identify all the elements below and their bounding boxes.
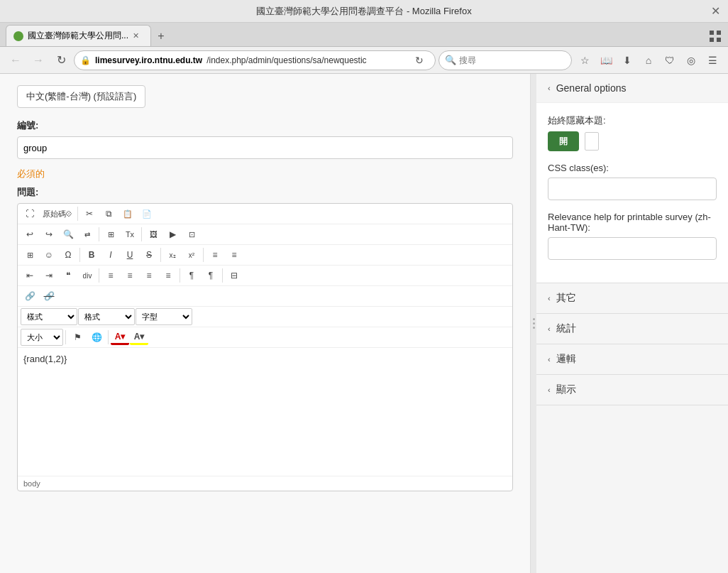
find-button[interactable]: 🔍 bbox=[59, 226, 77, 243]
back-button[interactable]: ← bbox=[6, 50, 26, 70]
pocket-button[interactable]: ◎ bbox=[681, 50, 701, 70]
browser-tab-active[interactable]: 國立臺灣師範大學公用問... ✕ bbox=[6, 25, 151, 46]
chevron-left-icon-logic: ‹ bbox=[548, 355, 551, 364]
size-select[interactable]: 大小 bbox=[21, 329, 63, 346]
readonly-button[interactable]: 📖 bbox=[596, 50, 616, 70]
accordion-general-options-header[interactable]: ‹ General options bbox=[536, 74, 728, 102]
div-button[interactable]: div bbox=[78, 267, 96, 284]
ul-button[interactable]: ≡ bbox=[225, 246, 243, 263]
fullscreen-button[interactable]: ⛶ bbox=[21, 205, 39, 222]
superscript-button[interactable]: x² bbox=[182, 246, 201, 263]
justify-center-button[interactable]: ≡ bbox=[121, 267, 139, 284]
font-select[interactable]: 字型 bbox=[136, 308, 192, 325]
url-domain: limesurvey.iro.ntnu.edu.tw bbox=[95, 55, 202, 65]
accordion-logic-header[interactable]: ‹ 邏輯 bbox=[536, 344, 728, 374]
special-char-button[interactable]: Ω bbox=[59, 246, 77, 263]
paste-text-button[interactable]: 📄 bbox=[138, 205, 156, 222]
svg-rect-2 bbox=[710, 38, 714, 42]
toolbar-separator-9 bbox=[222, 268, 223, 283]
relevance-input[interactable] bbox=[548, 237, 717, 260]
justify-block-button[interactable]: ≡ bbox=[159, 267, 177, 284]
shield-button[interactable]: 🛡 bbox=[660, 50, 680, 70]
underline-button[interactable]: U bbox=[121, 246, 139, 263]
toolbar-row-1: ⛶ 原始碼 ⛒ ✂ ⧉ 📋 📄 bbox=[18, 204, 512, 224]
search-box[interactable]: 🔍 bbox=[439, 50, 572, 70]
browser-close-button[interactable]: ✕ bbox=[710, 6, 721, 17]
svg-rect-0 bbox=[710, 31, 714, 35]
browser-tabs: 國立臺灣師範大學公用問... ✕ + bbox=[0, 23, 728, 47]
style-select[interactable]: 樣式 bbox=[21, 308, 77, 325]
tab-close-button[interactable]: ✕ bbox=[133, 31, 139, 40]
home-button[interactable]: ⌂ bbox=[639, 50, 658, 70]
text-color-button[interactable]: A▾ bbox=[111, 329, 129, 345]
general-options-title: General options bbox=[556, 82, 627, 94]
link-button[interactable]: 🔗 bbox=[21, 288, 39, 305]
bold-button[interactable]: B bbox=[82, 246, 101, 263]
indent-less-button[interactable]: ⇤ bbox=[21, 267, 39, 284]
other-title: 其它 bbox=[556, 292, 576, 305]
find-replace-button[interactable]: ⇄ bbox=[78, 226, 96, 243]
new-tab-button[interactable]: + bbox=[151, 26, 171, 46]
editor-footer: body bbox=[18, 476, 512, 491]
copy-button[interactable]: ⧉ bbox=[99, 205, 118, 222]
justify-left-button[interactable]: ≡ bbox=[101, 267, 120, 284]
italic-button[interactable]: I bbox=[101, 246, 120, 263]
chevron-left-icon-display: ‹ bbox=[548, 386, 551, 394]
flash-button[interactable]: ▶ bbox=[163, 226, 182, 243]
para-after-button[interactable]: ¶ bbox=[202, 267, 220, 284]
search-input[interactable] bbox=[459, 55, 566, 65]
iframe-button[interactable]: ⊡ bbox=[182, 226, 201, 243]
apps-button[interactable] bbox=[708, 29, 722, 43]
format-remove-button[interactable]: Tx bbox=[121, 226, 139, 243]
relevance-group: Relevance help for printable survey (zh-… bbox=[548, 212, 717, 260]
toggle-on-button[interactable]: 開 bbox=[548, 131, 579, 151]
image-button[interactable]: 🖼 bbox=[144, 226, 162, 243]
address-bar[interactable]: 🔒 limesurvey.iro.ntnu.edu.tw /index.php/… bbox=[74, 50, 436, 70]
css-classes-input[interactable] bbox=[548, 178, 717, 200]
toolbar-separator-6 bbox=[203, 248, 204, 262]
download-button[interactable]: ⬇ bbox=[617, 50, 637, 70]
drag-handle[interactable] bbox=[531, 74, 536, 573]
blockquote-button[interactable]: ❝ bbox=[59, 267, 77, 284]
toolbar-separator-2 bbox=[99, 227, 99, 241]
editor-body[interactable]: {rand(1,2)} bbox=[18, 348, 512, 476]
cut-button[interactable]: ✂ bbox=[80, 205, 99, 222]
accordion-display-header[interactable]: ‹ 顯示 bbox=[536, 375, 728, 405]
bookmark-button[interactable]: ☆ bbox=[575, 50, 595, 70]
menu-button[interactable]: ☰ bbox=[702, 50, 722, 70]
css-classes-group: CSS class(es): bbox=[548, 163, 717, 200]
bg-color-button[interactable]: A▾ bbox=[130, 329, 148, 345]
maximize-block-button[interactable]: ⊟ bbox=[225, 267, 243, 284]
unlink-button[interactable]: 🔗 bbox=[40, 288, 58, 305]
accordion-statistics-header[interactable]: ‹ 統計 bbox=[536, 314, 728, 344]
table-button[interactable]: ⊞ bbox=[21, 246, 39, 263]
subscript-button[interactable]: x₂ bbox=[163, 246, 182, 263]
format-select[interactable]: 格式 bbox=[78, 308, 135, 325]
smiley-button[interactable]: ☺ bbox=[40, 246, 58, 263]
language-button[interactable]: 🌐 bbox=[87, 329, 106, 346]
para-before-button[interactable]: ¶ bbox=[182, 267, 201, 284]
question-label: 問題: bbox=[17, 186, 513, 199]
accordion-other: ‹ 其它 bbox=[536, 283, 728, 314]
justify-right-button[interactable]: ≡ bbox=[140, 267, 158, 284]
forward-button[interactable]: → bbox=[28, 50, 48, 70]
paste-button[interactable]: 📋 bbox=[118, 205, 137, 222]
question-field-group: 問題: ⛶ 原始碼 ⛒ ✂ ⧉ 📋 📄 ↩ ↪ 🔍 bbox=[17, 186, 513, 491]
accordion-other-header[interactable]: ‹ 其它 bbox=[536, 283, 728, 313]
language-selector-button[interactable]: 中文(繁體-台灣) (預設語言) bbox=[17, 85, 145, 108]
strike-button[interactable]: S bbox=[140, 246, 158, 263]
select-all-button[interactable]: ⊞ bbox=[101, 226, 120, 243]
indent-more-button[interactable]: ⇥ bbox=[40, 267, 58, 284]
source-button[interactable]: 原始碼 ⛒ bbox=[40, 205, 75, 222]
always-hide-title-label: 始終隱藏本題: bbox=[548, 114, 717, 127]
toolbar-separator-4 bbox=[79, 248, 80, 262]
redo-button[interactable]: ↪ bbox=[40, 226, 58, 243]
url-reload-button[interactable]: ↻ bbox=[409, 50, 429, 70]
undo-button[interactable]: ↩ bbox=[21, 226, 39, 243]
nav-actions: ☆ 📖 ⬇ ⌂ 🛡 ◎ ☰ bbox=[575, 50, 722, 70]
code-input[interactable] bbox=[17, 136, 513, 159]
general-options-content: 始終隱藏本題: 開 CSS class(es): Relevance help … bbox=[536, 102, 728, 283]
reload-button[interactable]: ↻ bbox=[51, 50, 71, 70]
flag-button[interactable]: ⚑ bbox=[68, 329, 87, 346]
ol-button[interactable]: ≡ bbox=[206, 246, 224, 263]
